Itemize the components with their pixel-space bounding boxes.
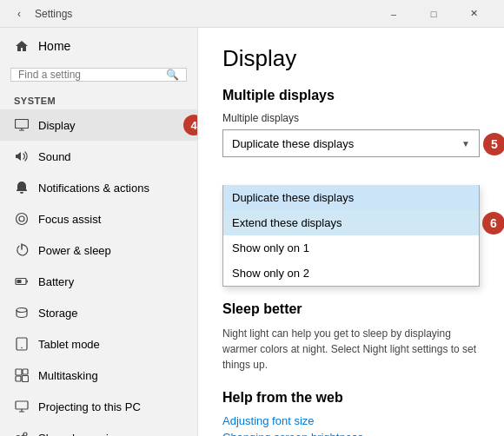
- sidebar-item-battery[interactable]: Battery: [0, 266, 197, 297]
- sidebar-item-notifications[interactable]: Notifications & actions: [0, 172, 197, 203]
- sound-icon: [14, 149, 30, 164]
- display-icon: [14, 117, 30, 133]
- storage-label: Storage: [38, 307, 183, 320]
- svg-rect-10: [16, 376, 21, 381]
- sidebar-item-shared[interactable]: Shared experiences: [0, 422, 197, 436]
- sleep-heading: Sleep better: [222, 301, 480, 317]
- extend-label: Extend these displays: [232, 216, 342, 229]
- focus-icon: [14, 211, 30, 227]
- svg-point-5: [17, 308, 27, 313]
- help-heading: Help from the web: [222, 390, 480, 406]
- power-icon: [14, 242, 30, 258]
- app-body: Home 🔍 System Display 4: [0, 28, 504, 436]
- home-label: Home: [38, 39, 70, 53]
- badge-5: 5: [483, 133, 504, 155]
- badge-6: 6: [482, 212, 504, 235]
- svg-rect-11: [23, 376, 29, 382]
- help-section: Help from the web Adjusting font size Ch…: [222, 390, 480, 436]
- search-input[interactable]: [18, 69, 166, 81]
- page-title: Display: [222, 45, 480, 72]
- svg-rect-0: [16, 120, 29, 129]
- multitasking-label: Multitasking: [38, 369, 183, 382]
- section-label: System: [0, 89, 197, 109]
- power-label: Power & sleep: [38, 244, 183, 257]
- sleep-description: Night light can help you get to sleep by…: [222, 326, 480, 373]
- svg-point-14: [23, 433, 27, 436]
- sidebar-item-focus[interactable]: Focus assist: [0, 203, 197, 235]
- search-box[interactable]: 🔍: [10, 68, 187, 82]
- maximize-button[interactable]: □: [414, 0, 454, 28]
- display-label: Display: [38, 119, 183, 132]
- badge-4: 4: [183, 115, 198, 135]
- dropdown-option-show1[interactable]: Show only on 1: [223, 235, 479, 261]
- dropdown-button[interactable]: Duplicate these displays ▼: [222, 129, 480, 157]
- notifications-icon: [14, 180, 30, 195]
- home-icon: [14, 38, 30, 54]
- dropdown-menu: Duplicate these displays Extend these di…: [222, 185, 480, 287]
- sidebar-item-power[interactable]: Power & sleep: [0, 235, 197, 266]
- sound-label: Sound: [38, 150, 183, 163]
- dropdown-current-value: Duplicate these displays: [232, 137, 354, 150]
- minimize-button[interactable]: –: [374, 0, 414, 28]
- titlebar: ‹ Settings – □ ✕: [0, 0, 504, 28]
- chevron-down-icon: ▼: [461, 139, 470, 149]
- titlebar-controls: – □ ✕: [374, 0, 494, 28]
- sleep-section: Sleep better Night light can help you ge…: [222, 301, 480, 373]
- sidebar-item-multitasking[interactable]: Multitasking: [0, 360, 197, 391]
- battery-icon: [14, 274, 30, 289]
- back-button[interactable]: ‹: [10, 5, 28, 23]
- sidebar-item-storage[interactable]: Storage: [0, 297, 197, 328]
- svg-rect-12: [16, 401, 28, 409]
- svg-point-7: [21, 347, 23, 349]
- sidebar-item-display[interactable]: Display 4: [0, 109, 197, 141]
- sidebar-item-tablet[interactable]: Tablet mode: [0, 328, 197, 360]
- multiple-displays-section: Multiple displays Multiple displays 5 Du…: [222, 88, 480, 282]
- projecting-label: Projecting to this PC: [38, 400, 183, 413]
- sidebar: Home 🔍 System Display 4: [0, 28, 198, 436]
- svg-rect-9: [23, 369, 28, 374]
- focus-label: Focus assist: [38, 213, 183, 226]
- tablet-label: Tablet mode: [38, 338, 183, 351]
- dropdown-option-show2[interactable]: Show only on 2: [223, 261, 479, 286]
- sidebar-item-projecting[interactable]: Projecting to this PC: [0, 391, 197, 422]
- sidebar-home-item[interactable]: Home: [0, 28, 197, 64]
- help-link-font[interactable]: Adjusting font size: [222, 414, 480, 427]
- svg-point-1: [17, 214, 28, 225]
- tablet-icon: [14, 336, 30, 352]
- storage-icon: [14, 305, 30, 320]
- projecting-icon: [14, 399, 30, 414]
- close-button[interactable]: ✕: [454, 0, 494, 28]
- multitasking-icon: [14, 367, 30, 383]
- multiple-displays-dropdown-container: 5 Duplicate these displays ▼ Duplicate t…: [222, 129, 480, 282]
- dropdown-label: Multiple displays: [222, 112, 480, 124]
- multiple-displays-heading: Multiple displays: [222, 88, 480, 103]
- svg-point-2: [19, 216, 24, 221]
- svg-rect-8: [16, 369, 22, 375]
- shared-label: Shared experiences: [38, 432, 183, 437]
- search-icon: 🔍: [166, 69, 179, 81]
- help-link-brightness[interactable]: Changing screen brightness: [222, 431, 480, 436]
- battery-label: Battery: [38, 275, 183, 288]
- dropdown-option-duplicate[interactable]: Duplicate these displays: [223, 185, 479, 210]
- main-content: Display Multiple displays Multiple displ…: [198, 28, 504, 436]
- titlebar-title: Settings: [35, 8, 374, 20]
- svg-rect-4: [17, 280, 22, 283]
- shared-icon: [14, 430, 30, 436]
- dropdown-option-extend[interactable]: Extend these displays 6: [223, 210, 479, 235]
- notifications-label: Notifications & actions: [38, 182, 183, 195]
- sidebar-item-sound[interactable]: Sound: [0, 141, 197, 172]
